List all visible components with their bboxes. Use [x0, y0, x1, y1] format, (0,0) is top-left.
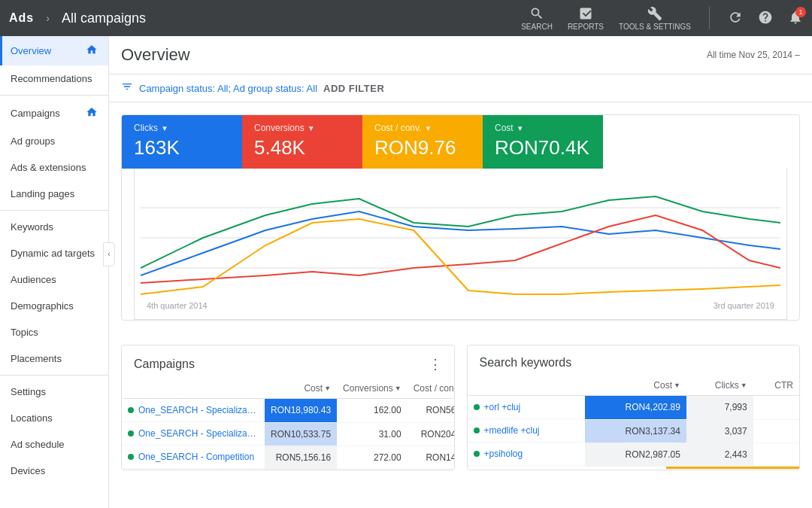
clicks-value: 163K [134, 136, 230, 160]
chart-end-label: 3rd quarter 2019 [714, 301, 774, 310]
campaigns-menu-button[interactable]: ⋮ [429, 356, 442, 373]
help-button[interactable] [758, 10, 773, 26]
costconv-cell-2: RON204.84 [408, 422, 455, 446]
campaign-name-1[interactable]: One_SEARCH - Specializari - Targe... [138, 405, 259, 415]
kw-status-dot-3 [474, 451, 480, 457]
metric-card-cost-conv[interactable]: Cost / conv. ▼ RON9.76 [362, 115, 483, 169]
chart-time-labels: 4th quarter 2014 3rd quarter 2019 [141, 301, 780, 310]
keyword-3[interactable]: +psiholog [484, 449, 523, 459]
sidebar-item-devices[interactable]: Devices [0, 458, 108, 484]
date-range: All time Nov 25, 2014 – [707, 50, 800, 60]
reports-label: REPORTS [568, 23, 604, 31]
sidebar-divider-1 [0, 95, 108, 96]
status-dot [128, 430, 134, 437]
campaigns-col-cost[interactable]: Cost ▼ [265, 379, 337, 399]
kw-ctr-3 [753, 443, 799, 466]
sidebar-item-placements[interactable]: Placements [0, 345, 108, 372]
chart-area: 4th quarter 2014 3rd quarter 2019 [134, 169, 787, 320]
sidebar-keywords-label: Keywords [11, 221, 53, 233]
sidebar-locations-label: Locations [11, 412, 53, 424]
add-filter-button[interactable]: ADD FILTER [323, 83, 384, 94]
campaign-name-3[interactable]: One_SEARCH - Competition [138, 452, 254, 462]
sidebar-ads-label: Ads & extensions [11, 162, 86, 173]
keyword-2[interactable]: +medlife +cluj [484, 425, 540, 436]
costconv-cell-3: RON14.93 [408, 446, 455, 469]
sidebar-item-ads-extensions[interactable]: Ads & extensions [0, 154, 108, 181]
sidebar-settings-label: Settings [11, 386, 46, 397]
campaign-name-2[interactable]: One_SEARCH - Specializari - Targe... [138, 428, 259, 439]
filter-text: Campaign status: All; Ad group status: A… [139, 83, 317, 94]
conversions-dropdown-arrow: ▼ [308, 124, 315, 132]
sidebar-item-campaigns[interactable]: Campaigns [0, 99, 108, 128]
clicks-label: Clicks [134, 123, 158, 133]
notification-badge: 1 [795, 7, 806, 17]
chart-start-label: 4th quarter 2014 [147, 301, 208, 310]
tools-nav-button[interactable]: TOOLS & SETTINGS [619, 6, 691, 31]
sidebar-item-settings[interactable]: Settings [0, 379, 108, 405]
clicks-dropdown-arrow: ▼ [161, 124, 168, 132]
table-row: One_SEARCH - Specializari - Targe... RON… [122, 422, 455, 446]
sidebar-collapse-button[interactable]: ‹ [103, 242, 109, 266]
cost-dropdown-arrow: ▼ [517, 124, 524, 132]
conversions-value: 5.48K [254, 136, 350, 160]
campaigns-col-name [122, 379, 265, 399]
sidebar-item-topics[interactable]: Topics [0, 319, 108, 345]
search-label: SEARCH [521, 23, 553, 31]
search-keywords-title: Search keywords [480, 356, 572, 370]
sidebar-item-demographics[interactable]: Demographics [0, 293, 108, 319]
status-dot [128, 454, 134, 460]
metric-card-clicks[interactable]: Clicks ▼ 163K [122, 115, 242, 169]
cost-cell-3: RON5,156.16 [265, 446, 337, 469]
page-header: Overview All time Nov 25, 2014 – [109, 36, 812, 75]
metric-card-cost[interactable]: Cost ▼ RON70.4K [483, 115, 603, 169]
metric-card-conversions[interactable]: Conversions ▼ 5.48K [242, 115, 362, 169]
refresh-button[interactable] [728, 10, 743, 26]
conv-cell-2: 31.00 [337, 422, 408, 446]
cost-conv-dropdown-arrow: ▼ [424, 124, 432, 132]
sidebar-demographics-label: Demographics [11, 300, 74, 312]
sidebar-item-recommendations[interactable]: Recommendations [0, 65, 108, 92]
sidebar-item-overview[interactable]: Overview [0, 36, 108, 65]
kw-col-cost[interactable]: Cost ▼ [585, 376, 686, 396]
kw-status-dot-2 [474, 427, 480, 433]
campaign-title: All campaigns [62, 11, 521, 26]
chart-container [141, 178, 780, 298]
sidebar-item-dynamic-ad-targets[interactable]: Dynamic ad targets [0, 240, 108, 266]
kw-col-ctr[interactable]: CTR [753, 376, 799, 396]
sidebar-landing-label: Landing pages [11, 188, 74, 199]
sidebar-placements-label: Placements [11, 353, 62, 364]
sidebar-divider-3 [0, 375, 108, 376]
search-nav-button[interactable]: SEARCH [521, 6, 553, 31]
brand-logo: Ads [9, 11, 34, 25]
kw-col-clicks[interactable]: Clicks ▼ [686, 376, 753, 396]
sidebar-item-landing-pages[interactable]: Landing pages [0, 181, 108, 207]
sidebar-campaigns-label: Campaigns [11, 108, 60, 119]
page-title: Overview [121, 45, 190, 65]
kw-cost-1: RON4,202.89 [585, 396, 686, 420]
sidebar-item-locations[interactable]: Locations [0, 405, 108, 431]
kw-clicks-2: 3,037 [686, 419, 753, 443]
kw-clicks-3: 2,443 [686, 443, 753, 466]
cost-cell-1: RON18,980.43 [265, 399, 337, 423]
sidebar-item-audiences[interactable]: Audiences [0, 266, 108, 293]
kw-cost-arrow: ▼ [674, 382, 680, 389]
keywords-table: Cost ▼ Clicks ▼ CTR [468, 376, 800, 467]
search-keywords-header: Search keywords [468, 345, 800, 376]
tools-label: TOOLS & SETTINGS [619, 23, 691, 31]
campaigns-col-cost-conv[interactable]: Cost / conv. ▼ [408, 379, 455, 399]
reports-nav-button[interactable]: REPORTS [568, 6, 604, 31]
sidebar-item-ad-schedule[interactable]: Ad schedule [0, 431, 108, 458]
top-navigation: Ads › All campaigns SEARCH REPORTS TOOLS… [0, 0, 812, 36]
cost-value: RON70.4K [495, 136, 591, 160]
main-content: Overview All time Nov 25, 2014 – Campaig… [109, 36, 812, 508]
sidebar-divider-2 [0, 210, 108, 211]
keyword-1[interactable]: +orl +cluj [484, 402, 521, 412]
campaigns-col-conversions[interactable]: Conversions ▼ [337, 379, 408, 399]
kw-cost-3: RON2,987.05 [585, 443, 686, 466]
table-row: One_SEARCH - Specializari - Targe... RON… [122, 399, 455, 423]
line-chart [141, 178, 780, 298]
sidebar-item-ad-groups[interactable]: Ad groups [0, 128, 108, 154]
notifications-button[interactable]: 1 [788, 10, 803, 26]
sidebar-adgroups-label: Ad groups [11, 135, 55, 147]
sidebar-item-keywords[interactable]: Keywords [0, 214, 108, 240]
